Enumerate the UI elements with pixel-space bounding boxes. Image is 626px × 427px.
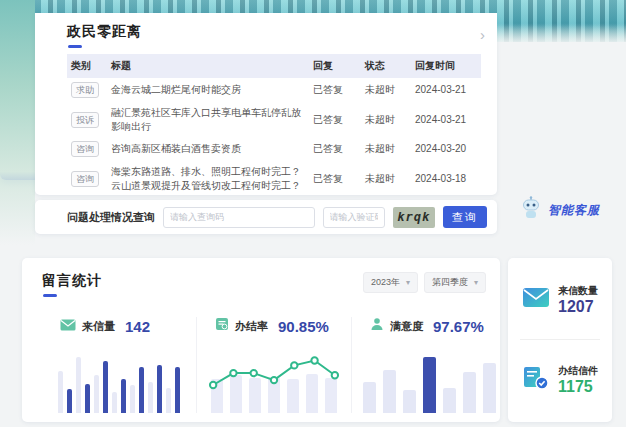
year-select[interactable]: 2023年 ▾ <box>363 272 418 293</box>
person-icon <box>370 317 384 335</box>
message-statistics-section: 留言统计 2023年 ▾ 第四季度 ▾ 来信量 142 <box>22 258 500 422</box>
stat-value: 142 <box>125 318 150 335</box>
stat-label: 办结率 <box>235 319 268 334</box>
col-reply: 回复 <box>309 54 361 78</box>
table-row[interactable]: 咨询 咨询高新区桶装白酒售卖资质 已答复 未超时 2024-03-20 <box>67 137 481 161</box>
query-submit-button[interactable]: 查询 <box>443 206 487 228</box>
header-photo-left <box>0 0 35 245</box>
more-chevron-icon[interactable]: › <box>480 27 485 42</box>
col-reply-time: 回复时间 <box>411 54 481 78</box>
table-row[interactable]: 投诉 融汇景苑社区车库入口共享电单车乱停乱放影响出行 已答复 未超时 2024-… <box>67 102 481 137</box>
reply-date: 2024-03-21 <box>411 102 481 137</box>
reply-state: 已答复 <box>309 102 361 137</box>
stat-label: 来信量 <box>82 319 115 334</box>
timeout-state: 未超时 <box>361 78 411 102</box>
total-completed: 办结信件 1175 <box>518 364 602 396</box>
robot-icon <box>520 196 542 224</box>
total-letters: 来信数量 1207 <box>518 284 602 316</box>
completion-line-chart <box>203 343 345 413</box>
category-tag: 咨询 <box>71 141 99 157</box>
totals-section: 来信数量 1207 办结信件 1175 <box>508 258 612 422</box>
letters-table: 类别 标题 回复 状态 回复时间 求助 金海云城二期烂尾何时能交房 已答复 未超… <box>67 54 481 196</box>
chevron-down-icon: ▾ <box>474 278 478 287</box>
reply-state: 已答复 <box>309 161 361 196</box>
col-category: 类别 <box>67 54 107 78</box>
letter-title[interactable]: 咨询高新区桶装白酒售卖资质 <box>107 137 309 161</box>
stat-satisfaction: 满意度 97.67% <box>351 317 506 413</box>
query-label: 问题处理情况查询 <box>67 210 155 225</box>
stats-title: 留言统计 <box>42 272 357 290</box>
col-title: 标题 <box>107 54 309 78</box>
letter-title[interactable]: 金海云城二期烂尾何时能交房 <box>107 78 309 102</box>
category-tag: 咨询 <box>71 171 99 187</box>
total-letters-label: 来信数量 <box>558 284 598 298</box>
total-completed-value: 1175 <box>558 378 598 396</box>
total-completed-label: 办结信件 <box>558 364 598 378</box>
category-tag: 求助 <box>71 82 99 98</box>
letter-title[interactable]: 融汇景苑社区车库入口共享电单车乱停乱放影响出行 <box>107 102 309 137</box>
page-title: 政民零距离 <box>67 23 481 41</box>
letters-bar-chart <box>48 343 190 413</box>
document-icon <box>215 317 229 335</box>
stat-value: 97.67% <box>433 318 484 335</box>
table-header-row: 类别 标题 回复 状态 回复时间 <box>67 54 481 78</box>
stats-title-underline <box>43 294 57 297</box>
reply-state: 已答复 <box>309 137 361 161</box>
reply-date: 2024-03-18 <box>411 161 481 196</box>
timeout-state: 未超时 <box>361 161 411 196</box>
envelope-gradient-icon <box>522 287 550 312</box>
stat-incoming-letters: 来信量 142 <box>42 317 196 413</box>
timeout-state: 未超时 <box>361 102 411 137</box>
table-row[interactable]: 求助 金海云城二期烂尾何时能交房 已答复 未超时 2024-03-21 <box>67 78 481 102</box>
table-row[interactable]: 咨询 海棠东路道路、排水、照明工程何时完工？云山道景观提升及管线切改工程何时完工… <box>67 161 481 196</box>
stat-value: 90.85% <box>278 318 329 335</box>
timeout-state: 未超时 <box>361 137 411 161</box>
query-code-input[interactable] <box>163 207 315 228</box>
letter-title[interactable]: 海棠东路道路、排水、照明工程何时完工？云山道景观提升及管线切改工程何时完工？ <box>107 161 309 196</box>
chevron-down-icon: ▾ <box>406 278 410 287</box>
stat-label: 满意度 <box>390 319 423 334</box>
reply-state: 已答复 <box>309 78 361 102</box>
category-tag: 投诉 <box>71 112 99 128</box>
title-underline <box>68 45 82 48</box>
total-letters-value: 1207 <box>558 298 598 316</box>
satisfaction-bar-chart <box>358 343 500 413</box>
smart-service-entry[interactable]: 智能客服 <box>508 194 612 226</box>
smart-service-label: 智能客服 <box>548 202 600 219</box>
mailbox-section: 政民零距离 › 类别 标题 回复 状态 回复时间 求助 金海云城二期烂尾何时能交… <box>35 13 497 195</box>
captcha-image[interactable]: krqk <box>393 207 435 228</box>
envelope-icon <box>60 317 76 335</box>
divider <box>520 339 600 340</box>
query-bar: 问题处理情况查询 krqk 查询 <box>35 200 497 234</box>
captcha-input[interactable] <box>323 207 385 228</box>
completed-doc-icon <box>522 365 550 395</box>
col-status: 状态 <box>361 54 411 78</box>
reply-date: 2024-03-21 <box>411 78 481 102</box>
reply-date: 2024-03-20 <box>411 137 481 161</box>
stat-completion-rate: 办结率 90.85% <box>196 317 351 413</box>
quarter-select[interactable]: 第四季度 ▾ <box>424 272 486 293</box>
